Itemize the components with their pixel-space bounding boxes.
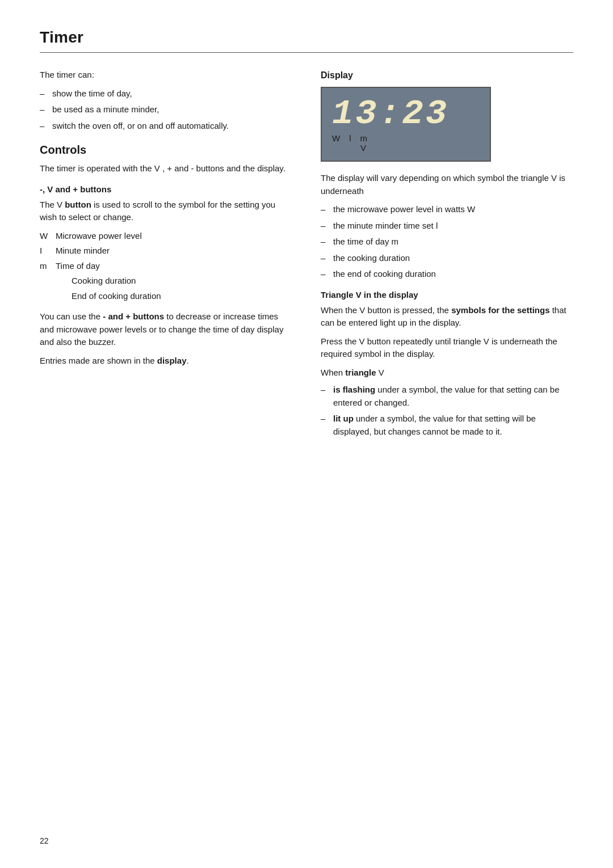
def-val-cooking: Cooking duration [72,275,292,288]
def-row-cooking: Cooking duration [40,275,292,288]
page-number: 22 [40,836,49,845]
list-item: switch the oven off, or on and off autom… [40,120,292,133]
right-column: Display 13:23 W l m V The display will v… [321,69,573,447]
display-v-row: V [332,143,480,153]
def-key-i: I [40,245,56,258]
triangle-press-text: Press the V button repeatedly until tria… [321,335,573,361]
triangle-desc-part1: When the V button is pressed, the [321,305,451,315]
display-m-symbol: m [360,133,368,143]
def-row-end: End of cooking duration [40,290,292,303]
when-label: When [321,368,345,377]
def-row-w: W Microwave power level [40,230,292,243]
triangle-items-list: is flashing under a symbol, the value fo… [321,384,573,438]
controls-title: Controls [40,144,292,157]
def-row-i: I Minute minder [40,245,292,258]
display-l-symbol: l [349,133,351,143]
def-key-w: W [40,230,56,243]
def-val-w: Microwave power level [56,230,292,243]
def-key-m: m [40,260,56,273]
litup-bold: lit up [333,414,354,423]
list-item: the minute minder time set l [321,220,573,233]
litup-rest: under a symbol, the value for that setti… [333,414,536,436]
entries-bold: display [157,356,187,365]
triangle-description: When the V button is pressed, the symbol… [321,304,573,330]
button-desc-bold: button [65,200,91,209]
entries-text-part1: Entries made are shown in the [40,356,157,365]
list-item: the cooking duration [321,252,573,265]
triangle-title: Triangle V in the display [321,290,573,300]
list-item: show the time of day, [40,87,292,100]
list-item-flashing: is flashing under a symbol, the value fo… [321,384,573,409]
triangle-desc-bold: symbols for the settings [451,305,549,315]
display-digits: 13:23 [332,95,480,133]
usage-bold: - and + buttons [103,311,164,321]
display-w-symbol: W [332,133,340,143]
flashing-bold: is flashing [333,385,375,394]
buttons-subtitle: -, V and + buttons [40,184,292,194]
def-key-blank2 [56,290,72,303]
display-description: The display will vary depending on which… [321,172,573,197]
list-item: the microwave power level in watts W [321,203,573,216]
page-title: Timer [40,28,573,47]
display-desc-text: The display will vary depending on which… [321,173,565,196]
list-item: the end of cooking duration [321,268,573,281]
display-items-list: the microwave power level in watts W the… [321,203,573,281]
list-item: the time of day m [321,235,573,248]
when-bold: triangle [345,368,376,377]
def-val-m: Time of day [56,260,292,273]
usage-text-part1: You can use the [40,311,103,321]
buttons-description: The V button is used to scroll to the sy… [40,199,292,224]
def-val-i: Minute minder [56,245,292,258]
button-desc-part1: The V [40,200,62,209]
triangle-when-label: When triangle V [321,366,573,380]
intro-text: The timer can: [40,69,292,82]
controls-description: The timer is operated with the V , + and… [40,162,292,175]
display-panel: 13:23 W l m V [321,87,491,162]
list-item: be used as a minute minder, [40,103,292,116]
entries-text-part2: . [186,356,188,365]
timer-uses-list: show the time of day, be used as a minut… [40,87,292,133]
def-key-blank1 [56,275,72,288]
definition-list: W Microwave power level I Minute minder … [40,230,292,303]
list-item-litup: lit up under a symbol, the value for tha… [321,412,573,438]
left-column: The timer can: show the time of day, be … [40,69,292,447]
title-divider [40,52,573,53]
def-val-end: End of cooking duration [72,290,292,303]
when-v: V [376,368,384,377]
def-row-m: m Time of day [40,260,292,273]
display-symbols-row: W l m [332,133,480,143]
display-v-symbol: V [360,143,366,153]
usage-text: You can use the - and + buttons to decre… [40,310,292,349]
entries-text: Entries made are shown in the display. [40,355,292,368]
display-label: Display [321,69,573,82]
